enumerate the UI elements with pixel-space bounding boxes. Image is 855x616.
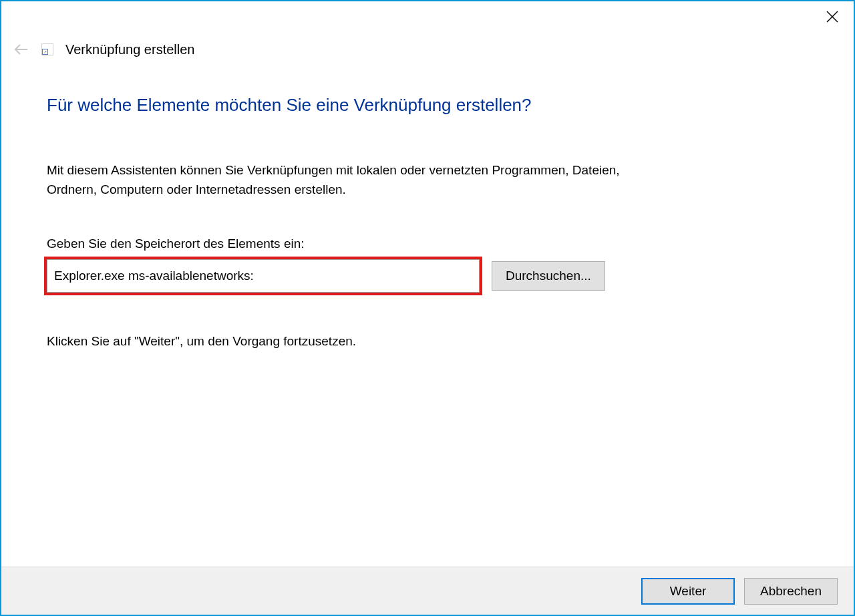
page-heading: Für welche Elemente möchten Sie eine Ver… (47, 95, 808, 116)
close-icon (826, 11, 838, 23)
continue-hint: Klicken Sie auf "Weiter", um den Vorgang… (47, 334, 808, 349)
description-text: Mit diesem Assistenten können Sie Verknü… (47, 161, 628, 199)
wizard-title: Verknüpfung erstellen (65, 42, 194, 57)
location-input-wrap (47, 259, 480, 293)
location-input-row: Durchsuchen... (47, 259, 808, 293)
shortcut-icon: ↗ (41, 43, 53, 55)
wizard-header: ↗ Verknüpfung erstellen (13, 41, 194, 57)
close-button[interactable] (819, 7, 846, 27)
wizard-footer: Weiter Abbrechen (1, 567, 854, 615)
cancel-button[interactable]: Abbrechen (744, 578, 838, 605)
wizard-content: Für welche Elemente möchten Sie eine Ver… (47, 95, 808, 349)
location-input-label: Geben Sie den Speicherort des Elements e… (47, 237, 808, 251)
back-button (13, 41, 29, 57)
location-input[interactable] (47, 259, 480, 293)
browse-button[interactable]: Durchsuchen... (492, 261, 605, 291)
next-button[interactable]: Weiter (641, 578, 735, 605)
arrow-left-icon (14, 42, 29, 57)
